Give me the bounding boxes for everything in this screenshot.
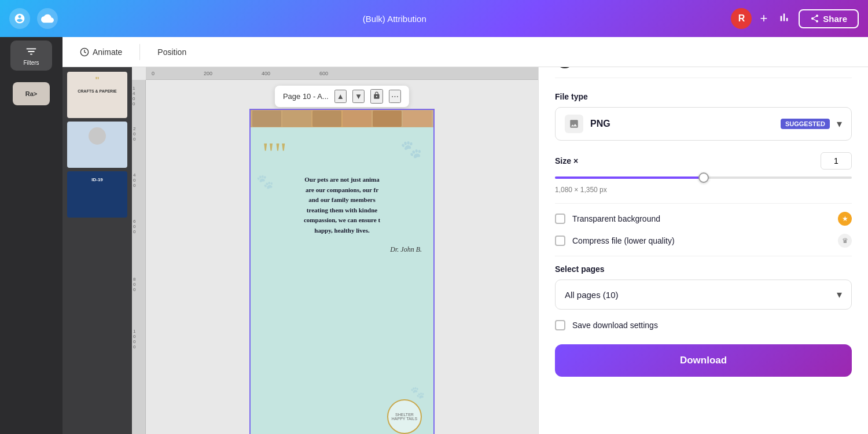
animate-button[interactable]: Animate (74, 44, 128, 60)
pages-chevron: ▾ (837, 288, 842, 301)
size-input[interactable] (821, 152, 852, 170)
select-pages-label: Select pages (555, 264, 852, 274)
thumbnail-2[interactable] (67, 122, 127, 168)
page-down-button[interactable]: ▼ (352, 90, 365, 103)
ruler-left-400: 400 (133, 172, 135, 188)
ruler-mark-0: 0 (152, 71, 155, 76)
divider-2 (555, 256, 852, 256)
thumbnail-ra[interactable]: Ra> (13, 82, 50, 105)
ruler-mark-400: 400 (262, 71, 270, 76)
page-label: Page 10 - A... (283, 92, 329, 101)
thumbnails-panel: " CRAFTS & PAPERIE ID-19 (62, 67, 132, 434)
top-bar: (Bulk) Attribution R + Share (0, 0, 868, 37)
ruler-top: 0 200 400 600 (146, 67, 538, 80)
ruler-left-1000: 1000 (133, 329, 135, 350)
size-slider-container (555, 176, 852, 179)
size-label: Size × (555, 156, 821, 165)
transparent-bg-label: Transparent background (572, 214, 831, 223)
bulk-attribution-label: (Bulk) Attribution (363, 14, 426, 24)
compress-label: Compress file (lower quality) (572, 236, 831, 245)
page-up-button[interactable]: ▲ (334, 90, 347, 103)
crown-icon: ♛ (838, 234, 852, 248)
top-bar-left (9, 8, 58, 29)
plus-button[interactable]: + (757, 9, 770, 28)
pro-star-icon: ★ (838, 212, 852, 226)
left-sidebar: Filters Ra> (0, 0, 62, 434)
pages-select-text: All pages (10) (565, 290, 837, 300)
file-type-selector[interactable]: PNG SUGGESTED ▾ (555, 107, 852, 141)
top-bar-center: (Bulk) Attribution (58, 14, 731, 24)
canvas-content: Page 10 - A... ▲ ▼ ⋯ (146, 80, 538, 434)
ruler-left-1400: 1400 (133, 86, 135, 106)
ruler-left-800: 800 (133, 277, 135, 292)
share-button[interactable]: Share (799, 9, 859, 28)
quote-marks: " " (262, 139, 422, 169)
ruler-left: 1400 200 400 600 800 1000 (132, 80, 146, 434)
cloud-icon[interactable] (37, 8, 58, 29)
logo-icon[interactable] (9, 8, 30, 29)
save-settings-row: Save download settings (555, 320, 852, 330)
design-page-content: 🐾 🐾 🐾 " " Our pets are not just animaare… (251, 127, 433, 434)
page-toolbar: Page 10 - A... ▲ ▼ ⋯ (275, 86, 409, 107)
compress-file-row: Compress file (lower quality) ♛ (555, 234, 852, 248)
lock-button[interactable] (370, 89, 383, 104)
suggested-badge: SUGGESTED (781, 119, 830, 129)
sidebar-filters-btn[interactable]: Filters (10, 41, 52, 71)
thumbnail-1[interactable]: " CRAFTS & PAPERIE (67, 72, 127, 118)
ruler-mark-600: 600 (319, 71, 328, 76)
analytics-icon[interactable] (775, 9, 793, 28)
slider-track (555, 176, 852, 179)
canvas-area: 0 200 400 600 1400 200 400 600 800 1000 … (132, 67, 538, 434)
more-options-button[interactable]: ⋯ (389, 90, 401, 103)
toolbar-divider (139, 44, 140, 60)
ruler-left-600: 600 (133, 219, 135, 234)
size-px-label: 1,080 × 1,350 px (555, 186, 852, 194)
save-settings-label: Save download settings (572, 321, 852, 330)
save-settings-checkbox[interactable] (555, 320, 565, 330)
ruler-mark-200: 200 (204, 71, 212, 76)
quote-text: Our pets are not just animaare our compa… (262, 175, 422, 236)
file-type-icon (565, 115, 583, 133)
thumbnail-3[interactable]: ID-19 (67, 171, 127, 218)
pages-selector[interactable]: All pages (10) ▾ (555, 279, 852, 310)
file-type-chevron: ▾ (837, 117, 842, 130)
shelter-logo: SHELTERHAPPY TAILS (387, 399, 422, 434)
file-type-label: File type (555, 92, 852, 101)
user-avatar[interactable]: R (731, 8, 752, 29)
ruler-left-200: 200 (133, 126, 135, 142)
slider-fill (555, 176, 704, 179)
size-row: Size × (555, 152, 852, 170)
transparent-bg-checkbox[interactable] (555, 214, 565, 224)
download-button[interactable]: Download (555, 344, 852, 377)
transparent-bg-row: Transparent background ★ (555, 212, 852, 226)
doctor-signature: Dr. John B. (262, 245, 422, 254)
divider-1 (555, 203, 852, 204)
slider-thumb[interactable] (698, 172, 709, 183)
design-page: 🐾 🐾 🐾 " " Our pets are not just animaare… (249, 109, 435, 434)
download-panel: Download File type PNG SUGGESTED ▾ Size … (538, 37, 868, 434)
top-bar-right: R + Share (731, 8, 859, 29)
compress-checkbox[interactable] (555, 236, 565, 246)
toolbar: Animate Position (62, 37, 868, 67)
position-button[interactable]: Position (152, 44, 192, 60)
file-type-name: PNG (590, 119, 774, 129)
